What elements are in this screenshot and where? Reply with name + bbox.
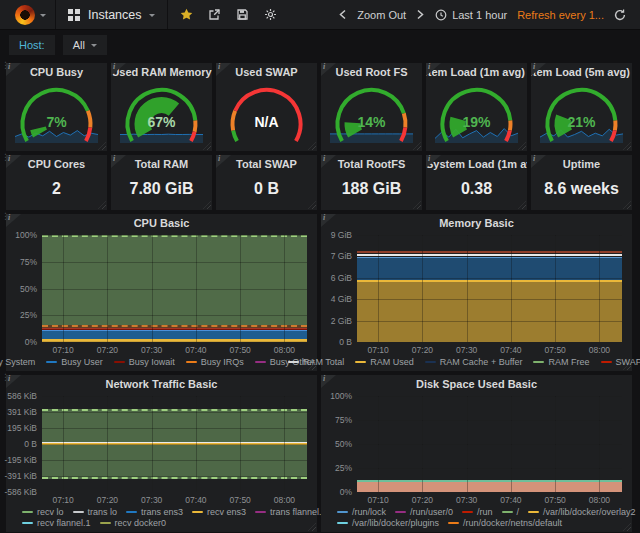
legend: Busy SystemBusy UserBusy IowaitBusy IRQs… [6, 355, 317, 371]
panel-title[interactable]: Memory Basic [321, 214, 632, 230]
legend-item[interactable]: SWAP Used [601, 357, 640, 367]
legend-item[interactable]: /var/lib/docker/plugins [337, 518, 439, 528]
x-axis-tick-label: 07:50 [230, 495, 251, 505]
panel-title[interactable]: Disk Space Used Basic [321, 375, 632, 391]
gauge-value-text: 19% [426, 114, 527, 130]
legend-series-label: /var/lib/docker/plugins [352, 518, 439, 528]
panel-title[interactable]: CPU Cores [6, 155, 107, 171]
legend-item[interactable]: RAM Free [533, 357, 589, 367]
legend-item[interactable]: trans ens3 [126, 507, 183, 517]
main-menu-button[interactable] [6, 0, 55, 29]
dashboard-title[interactable]: Instances [88, 8, 142, 22]
legend-item[interactable]: Busy System [0, 357, 35, 367]
legend-series-dash-icon [46, 361, 57, 363]
resize-handle[interactable] [413, 201, 421, 209]
legend-item[interactable]: recv flannel.1 [22, 518, 91, 528]
panel-title[interactable]: System Load (1m avg) [426, 155, 527, 171]
host-label: Host: [19, 39, 45, 51]
panel-title[interactable]: Used RAM Memory [111, 63, 212, 79]
legend-series-dash-icon [462, 511, 473, 513]
legend-item[interactable]: /run/lock [337, 507, 386, 517]
y-axis-tick-label: 0% [340, 487, 352, 497]
host-value[interactable]: All [73, 39, 85, 51]
legend-row: recv flannel.1recv docker0 [10, 518, 313, 528]
legend-item[interactable]: trans lo [73, 507, 118, 517]
x-axis-tick-label: 07:10 [368, 495, 389, 505]
panel-title[interactable]: CPU Basic [6, 214, 317, 230]
panel-total-ram: i Total RAM 7.80 GiB [111, 155, 212, 210]
time-range-label[interactable]: Last 1 hour [452, 9, 507, 21]
zoom-out-button[interactable]: Zoom Out [357, 9, 406, 21]
series-area [42, 330, 307, 339]
row-menu-handle[interactable]: ⋮ [1, 215, 5, 218]
panel-title[interactable]: CPU System Load (5m avg) [531, 63, 632, 79]
legend-item[interactable]: RAM Cache + Buffer [425, 357, 523, 367]
gridline [42, 396, 307, 397]
panel-title[interactable]: Total RootFS [321, 155, 422, 171]
row-menu-handle[interactable]: ⋮ [1, 156, 5, 159]
y-axis-tick-label: 195 KiB [7, 423, 37, 433]
resize-handle[interactable] [623, 201, 631, 209]
gridline [599, 235, 600, 342]
host-value-dropdown[interactable]: All [63, 35, 107, 55]
gridline [467, 235, 468, 342]
resize-handle[interactable] [98, 201, 106, 209]
panel-title[interactable]: Total SWAP [216, 155, 317, 171]
save-button[interactable] [236, 8, 249, 21]
panel-title[interactable]: CPU Busy [6, 63, 107, 79]
resize-handle[interactable] [308, 201, 316, 209]
panel-title[interactable]: Used Root FS [321, 63, 422, 79]
plot-area[interactable] [42, 396, 307, 492]
legend-item[interactable]: recv docker0 [100, 518, 167, 528]
legend-item[interactable]: trans flannel.1 [255, 507, 327, 517]
series-area [42, 328, 307, 330]
panel-title[interactable]: Used SWAP [216, 63, 317, 79]
resize-handle[interactable] [518, 201, 526, 209]
legend-item[interactable]: /run/user/0 [395, 507, 453, 517]
legend-item[interactable]: Busy IRQs [186, 357, 244, 367]
time-range-picker[interactable]: Last 1 hour [435, 9, 507, 21]
legend-item[interactable]: /run/docker/netns/default [448, 518, 562, 528]
y-axis-tick-label: 2 GiB [331, 316, 352, 326]
plot-area[interactable] [357, 396, 622, 492]
x-axis-tick-label: 07:20 [97, 345, 118, 355]
legend-item[interactable]: /var/lib/docker/overlay2 [528, 507, 636, 517]
chevron-down-icon [91, 44, 97, 50]
gridline [357, 444, 622, 445]
legend-item[interactable]: recv ens3 [192, 507, 246, 517]
plot-area[interactable] [357, 235, 622, 342]
legend-item[interactable]: /run [462, 507, 493, 517]
time-shift-left-button[interactable] [338, 9, 347, 20]
grafana-logo-icon[interactable] [15, 5, 35, 25]
share-button[interactable] [208, 8, 221, 21]
panel-title[interactable]: Uptime [531, 155, 632, 171]
time-shift-right-button[interactable] [416, 9, 425, 20]
panel-used-ram: i Used RAM Memory 67% [111, 63, 212, 151]
legend-series-dash-icon [192, 511, 203, 513]
refresh-interval-dropdown[interactable]: Refresh every 1... [517, 9, 604, 21]
panel-title[interactable]: Network Traffic Basic [6, 375, 317, 391]
legend-item[interactable]: Busy User [46, 357, 103, 367]
resize-handle[interactable] [203, 201, 211, 209]
legend-item[interactable]: / [502, 507, 520, 517]
x-axis-tick-label: 07:10 [53, 345, 74, 355]
refresh-icon[interactable] [614, 9, 626, 21]
gridline [467, 396, 468, 492]
legend-item[interactable]: recv lo [22, 507, 64, 517]
gear-icon[interactable] [264, 8, 277, 21]
legend-item[interactable]: RAM Used [355, 357, 414, 367]
dashboard-picker[interactable]: Instances [56, 0, 167, 29]
legend-item[interactable]: RAM Total [288, 357, 344, 367]
legend-series-dash-icon [355, 361, 366, 363]
row-menu-handle[interactable]: ⋮ [1, 64, 5, 67]
y-axis-tick-label: -586 KiB [4, 487, 37, 497]
row-menu-handle[interactable]: ⋮ [1, 376, 5, 379]
y-axis-tick-label: 0 B [339, 337, 352, 347]
panel-title[interactable]: Total RAM [111, 155, 212, 171]
stat-value: 188 GiB [321, 180, 422, 198]
star-button[interactable] [180, 8, 193, 21]
panel-title[interactable]: CPU System Load (1m avg) [426, 63, 527, 79]
y-axis-tick-label: 586 KiB [7, 391, 37, 401]
plot-area[interactable] [42, 235, 307, 342]
legend-item[interactable]: Busy Iowait [114, 357, 175, 367]
